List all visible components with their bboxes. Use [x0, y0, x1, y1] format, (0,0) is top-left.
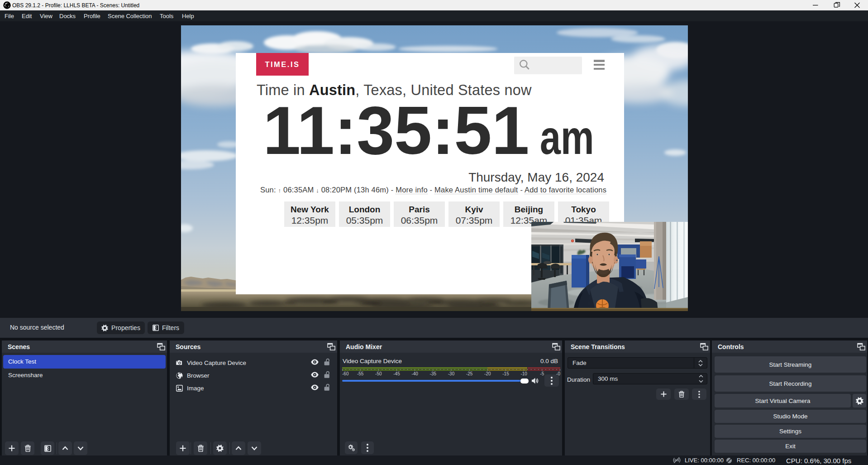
- svg-text:-45: -45: [393, 371, 400, 376]
- svg-text:-30: -30: [448, 371, 455, 376]
- svg-text:-50: -50: [375, 371, 382, 376]
- svg-text:-35: -35: [430, 371, 437, 376]
- svg-text:-20: -20: [484, 371, 491, 376]
- svg-text:-40: -40: [411, 371, 418, 376]
- svg-text:-5: -5: [540, 371, 544, 376]
- svg-text:-25: -25: [466, 371, 473, 376]
- svg-text:-15: -15: [502, 371, 509, 376]
- svg-text:-60: -60: [342, 371, 349, 376]
- svg-text:-10: -10: [520, 371, 527, 376]
- svg-text:-55: -55: [357, 371, 364, 376]
